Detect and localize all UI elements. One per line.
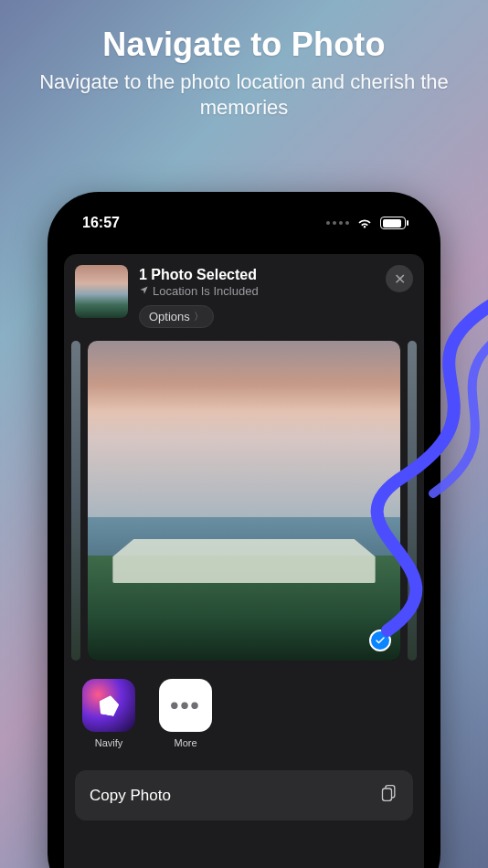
marketing-title: Navigate to Photo [0, 26, 488, 64]
more-icon: ••• [159, 679, 212, 732]
action-label: Copy Photo [90, 787, 171, 805]
photo-strip[interactable] [71, 341, 417, 661]
prev-photo-peek[interactable] [71, 341, 80, 661]
sheet-subtitle: Location Is Included [139, 284, 375, 298]
location-arrow-icon [139, 284, 149, 298]
app-label: Navify [95, 737, 123, 748]
phone-screen: 16:57 1 Photo Selected [57, 201, 431, 868]
close-button[interactable]: ✕ [386, 265, 413, 292]
share-target-more[interactable]: ••• More [157, 679, 214, 748]
copy-photo-action[interactable]: Copy Photo [75, 770, 413, 820]
sheet-subtitle-text: Location Is Included [153, 284, 259, 298]
chevron-right-icon: 〉 [194, 310, 204, 323]
status-bar: 16:57 [57, 201, 431, 245]
app-label: More [174, 737, 196, 748]
options-button[interactable]: Options 〉 [139, 305, 214, 328]
status-right [326, 217, 406, 229]
sheet-header-text: 1 Photo Selected Location Is Included Op… [139, 265, 375, 328]
app-store-slide: Navigate to Photo Navigate to the photo … [0, 0, 488, 868]
wifi-icon [356, 217, 373, 229]
phone-frame: 16:57 1 Photo Selected [48, 192, 440, 868]
share-target-navify[interactable]: Navify [80, 679, 137, 748]
selected-checkmark-icon [369, 630, 391, 651]
selected-photo-thumbnail[interactable] [75, 265, 128, 318]
actions-list: Copy Photo [75, 770, 413, 820]
status-time: 16:57 [82, 215, 120, 231]
close-icon: ✕ [394, 270, 406, 288]
cellular-icon [326, 221, 349, 225]
marketing-subtitle: Navigate to the photo location and cheri… [0, 69, 488, 120]
svg-rect-1 [383, 789, 392, 800]
next-photo-peek[interactable] [408, 341, 417, 661]
photo-content [88, 341, 400, 661]
sheet-header: 1 Photo Selected Location Is Included Op… [75, 265, 413, 328]
options-label: Options [149, 310, 190, 323]
marketing-copy: Navigate to Photo Navigate to the photo … [0, 26, 488, 120]
battery-icon [380, 217, 406, 229]
selected-photo[interactable] [88, 341, 400, 661]
share-sheet: 1 Photo Selected Location Is Included Op… [64, 254, 424, 868]
navify-app-icon [82, 679, 135, 732]
sheet-title: 1 Photo Selected [139, 267, 375, 283]
copy-icon [380, 783, 398, 808]
share-targets-row: Navify ••• More [75, 673, 413, 757]
